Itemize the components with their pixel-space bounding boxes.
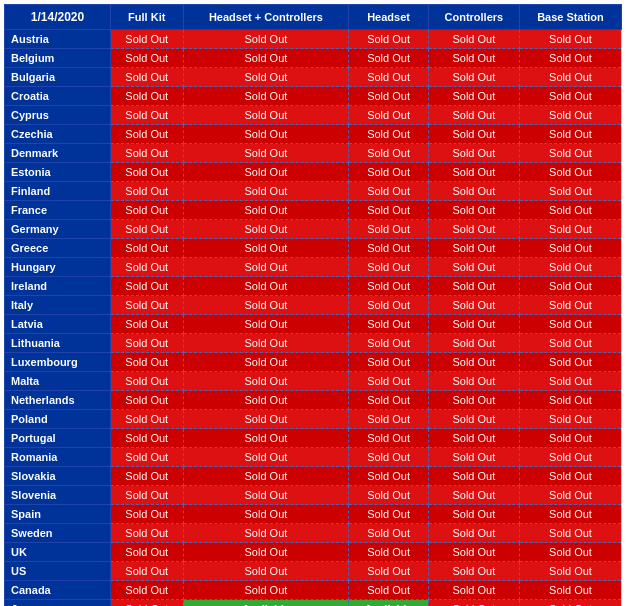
sold-out-cell: Sold Out [349, 182, 428, 201]
sold-out-cell: Sold Out [349, 30, 428, 49]
table-row: BulgariaSold OutSold OutSold OutSold Out… [5, 68, 622, 87]
table-row: HungarySold OutSold OutSold OutSold OutS… [5, 258, 622, 277]
table-row: LatviaSold OutSold OutSold OutSold OutSo… [5, 315, 622, 334]
sold-out-cell: Sold Out [519, 467, 621, 486]
sold-out-cell: Sold Out [349, 125, 428, 144]
sold-out-cell: Sold Out [349, 391, 428, 410]
sold-out-cell: Sold Out [428, 581, 519, 600]
sold-out-cell: Sold Out [519, 144, 621, 163]
main-table-container: 1/14/2020 Full Kit Headset + Controllers… [4, 4, 622, 606]
table-row: RomaniaSold OutSold OutSold OutSold OutS… [5, 448, 622, 467]
sold-out-cell: Sold Out [110, 220, 183, 239]
table-row: CyprusSold OutSold OutSold OutSold OutSo… [5, 106, 622, 125]
sold-out-cell: Sold Out [349, 448, 428, 467]
sold-out-cell: Sold Out [349, 296, 428, 315]
sold-out-cell: Sold Out [110, 106, 183, 125]
table-row: LuxembourgSold OutSold OutSold OutSold O… [5, 353, 622, 372]
sold-out-cell: Sold Out [349, 163, 428, 182]
sold-out-cell: Sold Out [110, 372, 183, 391]
sold-out-cell: Sold Out [428, 600, 519, 607]
sold-out-cell: Sold Out [183, 315, 349, 334]
header-row: 1/14/2020 Full Kit Headset + Controllers… [5, 5, 622, 30]
sold-out-cell: Sold Out [519, 334, 621, 353]
sold-out-cell: Sold Out [519, 296, 621, 315]
sold-out-cell: Sold Out [519, 372, 621, 391]
sold-out-cell: Sold Out [428, 49, 519, 68]
sold-out-cell: Sold Out [349, 543, 428, 562]
sold-out-cell: Sold Out [349, 87, 428, 106]
sold-out-cell: Sold Out [183, 201, 349, 220]
table-row: SlovakiaSold OutSold OutSold OutSold Out… [5, 467, 622, 486]
sold-out-cell: Sold Out [349, 239, 428, 258]
sold-out-cell: Sold Out [519, 163, 621, 182]
table-row: PolandSold OutSold OutSold OutSold OutSo… [5, 410, 622, 429]
header-base-station: Base Station [519, 5, 621, 30]
sold-out-cell: Sold Out [428, 277, 519, 296]
sold-out-cell: Sold Out [428, 391, 519, 410]
sold-out-cell: Sold Out [183, 220, 349, 239]
sold-out-cell: Sold Out [428, 258, 519, 277]
sold-out-cell: Sold Out [428, 372, 519, 391]
sold-out-cell: Sold Out [110, 581, 183, 600]
country-cell: Poland [5, 410, 111, 429]
country-cell: Slovakia [5, 467, 111, 486]
header-headset-controllers: Headset + Controllers [183, 5, 349, 30]
sold-out-cell: Sold Out [349, 524, 428, 543]
sold-out-cell: Sold Out [428, 106, 519, 125]
table-row: GreeceSold OutSold OutSold OutSold OutSo… [5, 239, 622, 258]
header-controllers: Controllers [428, 5, 519, 30]
sold-out-cell: Sold Out [349, 429, 428, 448]
table-row: UKSold OutSold OutSold OutSold OutSold O… [5, 543, 622, 562]
sold-out-cell: Sold Out [110, 144, 183, 163]
sold-out-cell: Sold Out [349, 201, 428, 220]
inventory-table: 1/14/2020 Full Kit Headset + Controllers… [4, 4, 622, 606]
country-cell: Portugal [5, 429, 111, 448]
country-cell: Slovenia [5, 486, 111, 505]
sold-out-cell: Sold Out [183, 239, 349, 258]
table-row: DenmarkSold OutSold OutSold OutSold OutS… [5, 144, 622, 163]
sold-out-cell: Sold Out [183, 125, 349, 144]
country-cell: Ireland [5, 277, 111, 296]
sold-out-cell: Sold Out [110, 163, 183, 182]
table-row: ItalySold OutSold OutSold OutSold OutSol… [5, 296, 622, 315]
sold-out-cell: Sold Out [519, 68, 621, 87]
sold-out-cell: Sold Out [183, 486, 349, 505]
sold-out-cell: Sold Out [110, 87, 183, 106]
sold-out-cell: Sold Out [183, 562, 349, 581]
sold-out-cell: Sold Out [349, 486, 428, 505]
sold-out-cell: Sold Out [428, 182, 519, 201]
table-row: EstoniaSold OutSold OutSold OutSold OutS… [5, 163, 622, 182]
sold-out-cell: Sold Out [349, 68, 428, 87]
sold-out-cell: Sold Out [519, 106, 621, 125]
sold-out-cell: Sold Out [428, 68, 519, 87]
sold-out-cell: Sold Out [428, 448, 519, 467]
sold-out-cell: Sold Out [428, 239, 519, 258]
table-row: FranceSold OutSold OutSold OutSold OutSo… [5, 201, 622, 220]
sold-out-cell: Sold Out [110, 315, 183, 334]
sold-out-cell: Sold Out [183, 49, 349, 68]
sold-out-cell: Sold Out [428, 87, 519, 106]
sold-out-cell: Sold Out [183, 334, 349, 353]
sold-out-cell: Sold Out [110, 334, 183, 353]
country-cell: Hungary [5, 258, 111, 277]
country-cell: Czechia [5, 125, 111, 144]
sold-out-cell: Sold Out [183, 87, 349, 106]
table-row: IrelandSold OutSold OutSold OutSold OutS… [5, 277, 622, 296]
table-row: CzechiaSold OutSold OutSold OutSold OutS… [5, 125, 622, 144]
sold-out-cell: Sold Out [519, 505, 621, 524]
header-full-kit: Full Kit [110, 5, 183, 30]
country-cell: US [5, 562, 111, 581]
sold-out-cell: Sold Out [428, 524, 519, 543]
sold-out-cell: Sold Out [110, 524, 183, 543]
sold-out-cell: Sold Out [349, 372, 428, 391]
sold-out-cell: Sold Out [183, 30, 349, 49]
sold-out-cell: Sold Out [428, 486, 519, 505]
country-cell: Germany [5, 220, 111, 239]
sold-out-cell: Sold Out [110, 49, 183, 68]
table-row: PortugalSold OutSold OutSold OutSold Out… [5, 429, 622, 448]
country-cell: Spain [5, 505, 111, 524]
country-cell: Malta [5, 372, 111, 391]
sold-out-cell: Sold Out [519, 391, 621, 410]
sold-out-cell: Sold Out [428, 467, 519, 486]
country-cell: Estonia [5, 163, 111, 182]
